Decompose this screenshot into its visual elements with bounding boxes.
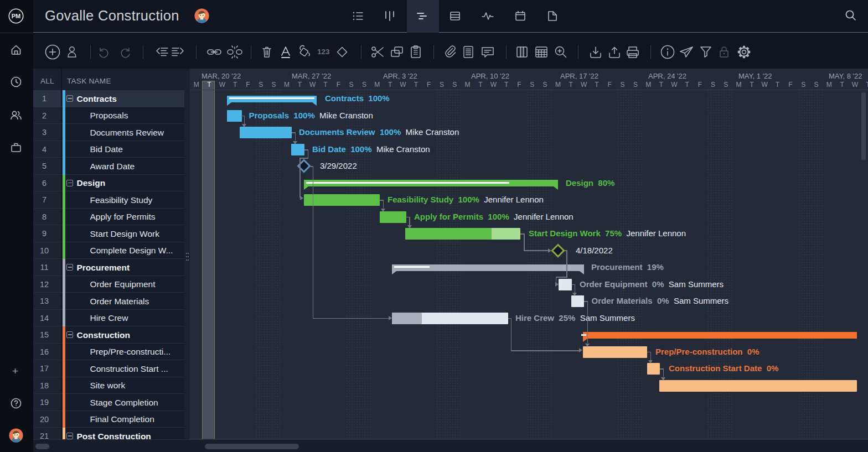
svg-text:PM: PM [12, 13, 21, 19]
